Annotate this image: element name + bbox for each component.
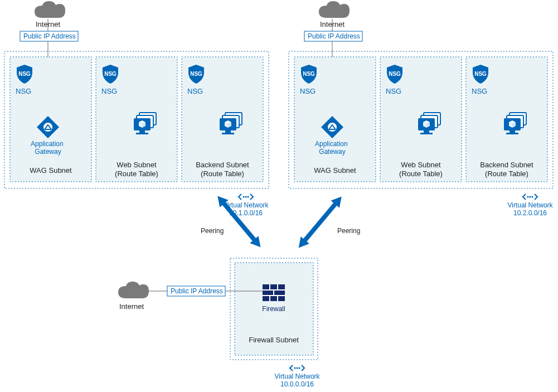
public-ip-label: Public IP Address	[23, 32, 76, 40]
nsg-label: NSG	[300, 87, 316, 95]
vnet2: Internet Public IP Address NSG Applicati…	[289, 1, 554, 217]
subnet-title: Web Subnet	[117, 161, 157, 169]
nsg-label: NSG	[16, 87, 31, 95]
subnet-title: Web Subnet	[401, 161, 441, 169]
vnet-icon	[290, 365, 304, 371]
subnet-backend: NSG Backend Subnet (Route Table)	[182, 57, 263, 182]
appgw-label: Application Gateway	[315, 140, 350, 156]
subnet-title: WAG Subnet	[314, 166, 356, 175]
subnet-backend: NSG Backend Subnet (Route Table)	[466, 57, 547, 182]
internet-label: Internet	[119, 302, 144, 311]
subnet-subtitle: (Route Table)	[399, 170, 443, 178]
subnet-wag: NSG Application Gateway WAG Subnet	[294, 57, 376, 182]
peering-label: Peering	[337, 227, 360, 235]
subnet-title: WAG Subnet	[30, 166, 72, 175]
subnet-subtitle: (Route Table)	[485, 170, 528, 178]
vnet-icon	[523, 194, 537, 200]
vnet-icon	[239, 194, 253, 200]
firewall-icon	[263, 284, 285, 301]
cloud-icon	[118, 282, 149, 298]
cloud-icon	[319, 1, 350, 18]
nsg-label: NSG	[472, 87, 487, 95]
peering-arrow-right	[294, 193, 346, 251]
subnet-subtitle: (Route Table)	[201, 170, 244, 178]
public-ip-label: Public IP Address	[308, 32, 360, 40]
subnet-title: Backend Subnet	[480, 161, 533, 169]
subnet-web: NSG Web Subnet (Route Table)	[380, 57, 462, 182]
peering-label: Peering	[201, 227, 224, 235]
vnet-label: Virtual Network	[274, 372, 320, 380]
subnet-title: Firewall Subnet	[249, 336, 299, 344]
subnet-wag: NSG Application Gateway WAG Subnet	[10, 57, 91, 182]
cloud-icon	[35, 1, 65, 18]
hub-vnet: Firewall Firewall Subnet Virtual Network…	[118, 258, 321, 388]
nsg-label: NSG	[101, 87, 117, 95]
nsg-label: NSG	[386, 87, 401, 95]
appgw-label: Application Gateway	[31, 140, 65, 156]
public-ip-label: Public IP Address	[171, 287, 223, 295]
vnet-cidr: 10.0.0.0/16	[280, 380, 314, 388]
nsg-label: NSG	[187, 87, 203, 95]
firewall-label: Firewall	[262, 305, 285, 313]
subnet-subtitle: (Route Table)	[115, 170, 158, 178]
vnet-cidr: 10.2.0.0/16	[513, 209, 547, 217]
vnet1: Internet Public IP Address NSG Applicati…	[4, 1, 269, 217]
vnet-label: Virtual Network	[507, 201, 553, 209]
subnet-web: NSG Web Subnet (Route Table)	[96, 57, 177, 182]
subnet-title: Backend Subnet	[196, 161, 249, 169]
